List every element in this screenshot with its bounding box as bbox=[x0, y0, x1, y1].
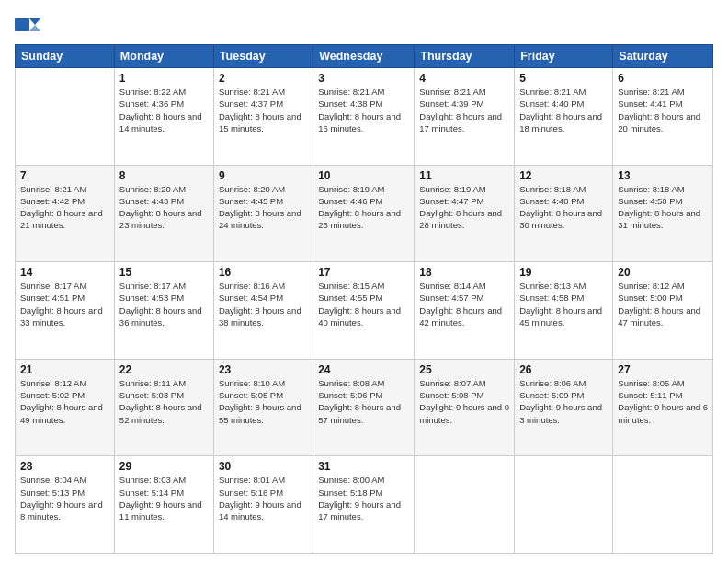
day-info: Sunrise: 8:13 AM Sunset: 4:58 PM Dayligh… bbox=[519, 280, 608, 328]
calendar-cell: 19Sunrise: 8:13 AM Sunset: 4:58 PM Dayli… bbox=[515, 262, 613, 360]
day-number: 30 bbox=[219, 460, 308, 473]
calendar-cell: 4Sunrise: 8:21 AM Sunset: 4:39 PM Daylig… bbox=[415, 68, 515, 166]
day-info: Sunrise: 8:17 AM Sunset: 4:51 PM Dayligh… bbox=[20, 280, 109, 328]
day-number: 6 bbox=[618, 72, 708, 85]
day-number: 20 bbox=[618, 266, 708, 279]
day-number: 28 bbox=[20, 460, 109, 473]
day-number: 29 bbox=[119, 460, 209, 473]
day-number: 27 bbox=[618, 363, 708, 376]
day-number: 22 bbox=[119, 363, 209, 376]
weekday-header-saturday: Saturday bbox=[613, 45, 713, 68]
calendar-week-row: 28Sunrise: 8:04 AM Sunset: 5:13 PM Dayli… bbox=[16, 456, 713, 554]
day-info: Sunrise: 8:21 AM Sunset: 4:38 PM Dayligh… bbox=[318, 86, 409, 134]
calendar-week-row: 14Sunrise: 8:17 AM Sunset: 4:51 PM Dayli… bbox=[16, 262, 713, 360]
day-number: 10 bbox=[318, 169, 409, 182]
calendar-week-row: 7Sunrise: 8:21 AM Sunset: 4:42 PM Daylig… bbox=[16, 165, 713, 262]
day-info: Sunrise: 8:21 AM Sunset: 4:40 PM Dayligh… bbox=[519, 86, 608, 134]
day-number: 5 bbox=[519, 72, 608, 85]
svg-marker-2 bbox=[29, 25, 40, 31]
day-number: 31 bbox=[318, 460, 409, 473]
day-number: 12 bbox=[519, 169, 608, 182]
calendar-cell: 20Sunrise: 8:12 AM Sunset: 5:00 PM Dayli… bbox=[613, 262, 713, 360]
calendar-cell: 29Sunrise: 8:03 AM Sunset: 5:14 PM Dayli… bbox=[114, 456, 213, 554]
calendar-cell: 27Sunrise: 8:05 AM Sunset: 5:11 PM Dayli… bbox=[613, 359, 713, 456]
calendar-cell: 21Sunrise: 8:12 AM Sunset: 5:02 PM Dayli… bbox=[16, 359, 115, 456]
calendar-cell: 7Sunrise: 8:21 AM Sunset: 4:42 PM Daylig… bbox=[16, 165, 115, 262]
calendar-cell: 30Sunrise: 8:01 AM Sunset: 5:16 PM Dayli… bbox=[213, 456, 313, 554]
day-number: 3 bbox=[318, 72, 409, 85]
day-info: Sunrise: 8:14 AM Sunset: 4:57 PM Dayligh… bbox=[419, 280, 509, 328]
calendar-cell: 25Sunrise: 8:07 AM Sunset: 5:08 PM Dayli… bbox=[415, 359, 515, 456]
calendar-cell bbox=[515, 456, 613, 554]
calendar-cell: 12Sunrise: 8:18 AM Sunset: 4:48 PM Dayli… bbox=[515, 165, 613, 262]
day-number: 9 bbox=[219, 169, 308, 182]
day-info: Sunrise: 8:12 AM Sunset: 5:02 PM Dayligh… bbox=[20, 377, 109, 426]
day-info: Sunrise: 8:03 AM Sunset: 5:14 PM Dayligh… bbox=[119, 474, 209, 523]
day-number: 15 bbox=[119, 266, 209, 279]
svg-marker-1 bbox=[29, 18, 40, 25]
day-info: Sunrise: 8:22 AM Sunset: 4:36 PM Dayligh… bbox=[119, 86, 209, 134]
weekday-header-row: SundayMondayTuesdayWednesdayThursdayFrid… bbox=[16, 45, 713, 68]
weekday-header-sunday: Sunday bbox=[16, 45, 115, 68]
day-number: 23 bbox=[219, 363, 308, 376]
day-info: Sunrise: 8:08 AM Sunset: 5:06 PM Dayligh… bbox=[318, 377, 409, 426]
day-number: 17 bbox=[318, 266, 409, 279]
day-info: Sunrise: 8:17 AM Sunset: 4:53 PM Dayligh… bbox=[119, 280, 209, 328]
day-info: Sunrise: 8:18 AM Sunset: 4:50 PM Dayligh… bbox=[618, 183, 708, 232]
weekday-header-tuesday: Tuesday bbox=[213, 45, 313, 68]
day-info: Sunrise: 8:10 AM Sunset: 5:05 PM Dayligh… bbox=[219, 377, 308, 426]
day-info: Sunrise: 8:05 AM Sunset: 5:11 PM Dayligh… bbox=[618, 377, 708, 426]
day-info: Sunrise: 8:16 AM Sunset: 4:54 PM Dayligh… bbox=[219, 280, 308, 328]
calendar-cell: 16Sunrise: 8:16 AM Sunset: 4:54 PM Dayli… bbox=[213, 262, 313, 360]
calendar-cell bbox=[415, 456, 515, 554]
day-number: 18 bbox=[419, 266, 509, 279]
day-number: 8 bbox=[119, 169, 209, 182]
day-number: 14 bbox=[20, 266, 109, 279]
day-number: 21 bbox=[20, 363, 109, 376]
day-info: Sunrise: 8:15 AM Sunset: 4:55 PM Dayligh… bbox=[318, 280, 409, 328]
weekday-header-monday: Monday bbox=[114, 45, 213, 68]
day-info: Sunrise: 8:04 AM Sunset: 5:13 PM Dayligh… bbox=[20, 474, 109, 523]
day-info: Sunrise: 8:06 AM Sunset: 5:09 PM Dayligh… bbox=[519, 377, 608, 426]
calendar-cell bbox=[613, 456, 713, 554]
day-number: 2 bbox=[219, 72, 308, 85]
day-number: 24 bbox=[318, 363, 409, 376]
day-number: 26 bbox=[519, 363, 608, 376]
calendar-cell: 22Sunrise: 8:11 AM Sunset: 5:03 PM Dayli… bbox=[114, 359, 213, 456]
calendar-cell: 24Sunrise: 8:08 AM Sunset: 5:06 PM Dayli… bbox=[313, 359, 415, 456]
calendar-cell: 8Sunrise: 8:20 AM Sunset: 4:43 PM Daylig… bbox=[114, 165, 213, 262]
day-info: Sunrise: 8:00 AM Sunset: 5:18 PM Dayligh… bbox=[318, 474, 409, 523]
calendar-cell: 5Sunrise: 8:21 AM Sunset: 4:40 PM Daylig… bbox=[515, 68, 613, 166]
day-number: 4 bbox=[419, 72, 509, 85]
calendar-cell: 6Sunrise: 8:21 AM Sunset: 4:41 PM Daylig… bbox=[613, 68, 713, 166]
day-info: Sunrise: 8:18 AM Sunset: 4:48 PM Dayligh… bbox=[519, 183, 608, 232]
day-info: Sunrise: 8:19 AM Sunset: 4:47 PM Dayligh… bbox=[419, 183, 509, 232]
day-info: Sunrise: 8:20 AM Sunset: 4:45 PM Dayligh… bbox=[219, 183, 308, 232]
day-info: Sunrise: 8:11 AM Sunset: 5:03 PM Dayligh… bbox=[119, 377, 209, 426]
day-number: 19 bbox=[519, 266, 608, 279]
weekday-header-friday: Friday bbox=[515, 45, 613, 68]
day-info: Sunrise: 8:19 AM Sunset: 4:46 PM Dayligh… bbox=[318, 183, 409, 232]
calendar-cell: 31Sunrise: 8:00 AM Sunset: 5:18 PM Dayli… bbox=[313, 456, 415, 554]
calendar-cell: 26Sunrise: 8:06 AM Sunset: 5:09 PM Dayli… bbox=[515, 359, 613, 456]
calendar-cell: 1Sunrise: 8:22 AM Sunset: 4:36 PM Daylig… bbox=[114, 68, 213, 166]
day-number: 25 bbox=[419, 363, 509, 376]
weekday-header-wednesday: Wednesday bbox=[313, 45, 415, 68]
calendar-cell: 9Sunrise: 8:20 AM Sunset: 4:45 PM Daylig… bbox=[213, 165, 313, 262]
day-info: Sunrise: 8:07 AM Sunset: 5:08 PM Dayligh… bbox=[419, 377, 509, 426]
calendar-cell: 14Sunrise: 8:17 AM Sunset: 4:51 PM Dayli… bbox=[16, 262, 115, 360]
day-number: 7 bbox=[20, 169, 109, 182]
calendar-cell: 15Sunrise: 8:17 AM Sunset: 4:53 PM Dayli… bbox=[114, 262, 213, 360]
day-info: Sunrise: 8:20 AM Sunset: 4:43 PM Dayligh… bbox=[119, 183, 209, 232]
weekday-header-thursday: Thursday bbox=[415, 45, 515, 68]
day-number: 13 bbox=[618, 169, 708, 182]
calendar-table: SundayMondayTuesdayWednesdayThursdayFrid… bbox=[15, 44, 713, 554]
calendar-cell: 13Sunrise: 8:18 AM Sunset: 4:50 PM Dayli… bbox=[613, 165, 713, 262]
calendar-cell: 18Sunrise: 8:14 AM Sunset: 4:57 PM Dayli… bbox=[415, 262, 515, 360]
day-info: Sunrise: 8:01 AM Sunset: 5:16 PM Dayligh… bbox=[219, 474, 308, 523]
day-number: 16 bbox=[219, 266, 308, 279]
svg-rect-0 bbox=[15, 18, 29, 31]
page: SundayMondayTuesdayWednesdayThursdayFrid… bbox=[0, 0, 728, 563]
calendar-cell: 11Sunrise: 8:19 AM Sunset: 4:47 PM Dayli… bbox=[415, 165, 515, 262]
day-info: Sunrise: 8:21 AM Sunset: 4:39 PM Dayligh… bbox=[419, 86, 509, 134]
